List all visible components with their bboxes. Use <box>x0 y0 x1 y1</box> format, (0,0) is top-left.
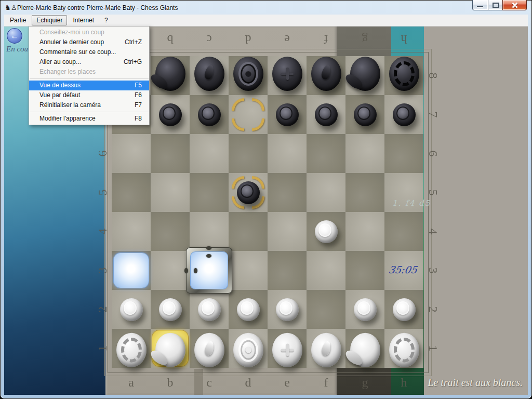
pawn-detail <box>280 107 293 120</box>
piece-black-knight-g8[interactable] <box>350 57 380 91</box>
file-label-bottom-h: h <box>384 372 423 393</box>
piece-white-king-e1[interactable] <box>272 332 302 367</box>
piece-white-queen-d1[interactable] <box>233 332 263 367</box>
square-g4[interactable] <box>345 212 384 251</box>
piece-white-pawn-b2[interactable] <box>159 298 182 321</box>
game-status-label: En cou <box>6 45 28 54</box>
rook-detail <box>394 61 415 86</box>
square-d3[interactable] <box>229 251 268 290</box>
piece-black-pawn-d5[interactable] <box>237 181 260 204</box>
piece-black-pawn-b7[interactable] <box>159 103 182 126</box>
square-f3[interactable] <box>307 251 345 290</box>
menu-item-annuler-le-dernier-coup[interactable]: Annuler le dernier coupCtrl+Z <box>29 37 149 47</box>
piece-white-pawn-e2[interactable] <box>276 298 299 321</box>
menu-item-vue-par-defaut[interactable]: Vue par défautF6 <box>29 90 149 100</box>
square-g6[interactable] <box>345 134 384 173</box>
piece-black-pawn-f7[interactable] <box>315 103 338 126</box>
piece-black-queen-d8[interactable] <box>233 57 263 91</box>
rank-label-left-6: 6 <box>83 146 122 162</box>
hovered-move-target-c3[interactable] <box>186 247 232 294</box>
pawn-detail <box>396 301 410 315</box>
piece-black-pawn-c7[interactable] <box>198 103 221 126</box>
file-label-bottom-f: f <box>307 372 345 393</box>
piece-black-bishop-c8[interactable] <box>194 57 224 91</box>
last-move-marker-d7 <box>229 95 268 134</box>
square-c4[interactable] <box>190 212 229 251</box>
bishop-detail <box>320 64 332 80</box>
menu-item-label: Aller au coup... <box>39 57 81 67</box>
menu-item-label: Vue par défaut <box>39 90 80 100</box>
square-f5[interactable] <box>307 173 345 212</box>
rank-label-right-1: 1 <box>414 341 453 356</box>
piece-black-rook-h8[interactable] <box>389 57 419 91</box>
menu-item-label: Réinitialiser la caméra <box>39 100 101 110</box>
square-e4[interactable] <box>268 212 307 251</box>
menubar-item-internet[interactable]: Internet <box>68 15 99 25</box>
marker-corner <box>232 98 244 111</box>
piece-white-pawn-h2[interactable] <box>393 298 416 321</box>
piece-white-pawn-c2[interactable] <box>198 298 221 321</box>
file-label-bottom-c: c <box>190 372 229 393</box>
minimize-button[interactable] <box>472 0 488 10</box>
frame-ornament <box>206 246 211 250</box>
menu-item-label: Conseillez-moi un coup <box>39 28 104 37</box>
piece-white-bishop-f1[interactable] <box>311 332 341 367</box>
pawn-detail <box>280 301 293 315</box>
close-icon <box>511 2 518 8</box>
maximize-button[interactable] <box>488 0 502 10</box>
square-d6[interactable] <box>229 134 268 173</box>
rank-label-left-5: 5 <box>83 185 122 201</box>
menu-item-reinitialiser-la-camera[interactable]: Réinitialiser la caméraF7 <box>29 100 149 110</box>
square-c5[interactable] <box>190 173 229 212</box>
title-bar[interactable]: ♞♙ Pierre-Marie Baty contre Pierre-Marie… <box>1 1 531 15</box>
menu-item-modifier-l-apparence[interactable]: Modifier l'apparenceF8 <box>29 114 149 124</box>
piece-black-bishop-f8[interactable] <box>311 57 341 91</box>
game-clock: 35:05 <box>388 264 418 275</box>
menubar-item-partie[interactable]: Partie <box>5 15 31 25</box>
close-button[interactable] <box>502 0 527 10</box>
square-e5[interactable] <box>268 173 307 212</box>
menu-item-label: Annuler le dernier coup <box>39 37 104 47</box>
piece-black-knight-b8[interactable] <box>155 57 185 91</box>
square-d4[interactable] <box>229 212 268 251</box>
move-target-a3[interactable] <box>114 253 149 288</box>
menu-item-aller-au-coup[interactable]: Aller au coup...Ctrl+G <box>29 57 149 67</box>
piece-black-pawn-g7[interactable] <box>354 103 377 126</box>
pawn-detail <box>202 107 215 120</box>
piece-white-knight-g1[interactable] <box>350 332 380 367</box>
piece-white-pawn-f4[interactable] <box>315 220 338 243</box>
piece-white-rook-a1[interactable] <box>116 332 147 367</box>
menu-item-shortcut: Ctrl+Z <box>125 37 142 47</box>
square-e6[interactable] <box>268 134 307 173</box>
square-g5[interactable] <box>345 173 384 212</box>
piece-black-king-e8[interactable] <box>272 57 302 91</box>
king-detail <box>281 343 294 356</box>
file-label-top-b: b <box>151 29 190 50</box>
square-b6[interactable] <box>151 134 190 173</box>
square-f6[interactable] <box>307 134 345 173</box>
square-e3[interactable] <box>268 251 307 290</box>
piece-white-bishop-c1[interactable] <box>194 332 224 367</box>
piece-white-pawn-g2[interactable] <box>354 298 377 321</box>
menu-item-commentaire-sur-ce-coup[interactable]: Commentaire sur ce coup... <box>29 47 149 57</box>
square-b5[interactable] <box>151 173 190 212</box>
square-g3[interactable] <box>345 251 384 290</box>
square-b4[interactable] <box>151 212 190 251</box>
menubar-item-echiquier[interactable]: Echiquier <box>32 15 67 25</box>
piece-white-pawn-a2[interactable] <box>120 298 143 321</box>
menu-item-label: Commentaire sur ce coup... <box>39 47 116 57</box>
file-label-bottom-e: e <box>268 372 307 393</box>
back-button[interactable]: ← <box>7 28 22 44</box>
piece-white-knight-b1[interactable] <box>155 332 185 367</box>
piece-black-pawn-e7[interactable] <box>276 103 299 126</box>
square-b3[interactable] <box>151 251 190 290</box>
piece-white-pawn-d2[interactable] <box>237 298 260 321</box>
menu-item-vue-de-dessus[interactable]: Vue de dessusF5 <box>29 81 149 90</box>
square-c6[interactable] <box>190 134 229 173</box>
piece-white-rook-h1[interactable] <box>389 332 419 367</box>
menubar-item-help[interactable]: ? <box>100 15 113 25</box>
piece-black-pawn-h7[interactable] <box>393 103 416 126</box>
menu-item-label: Modifier l'apparence <box>39 114 96 124</box>
rank-label-right-5: 5 <box>414 185 453 201</box>
square-f2[interactable] <box>307 290 345 329</box>
